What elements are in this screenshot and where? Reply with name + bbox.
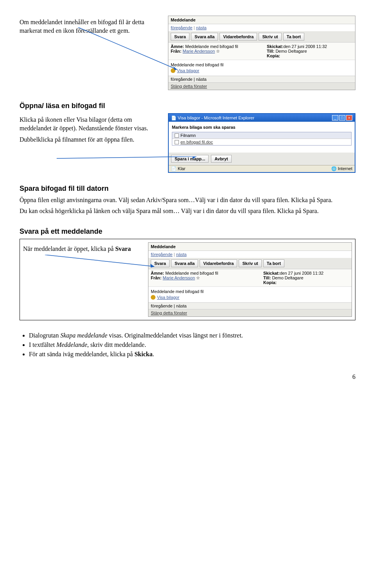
msg-title-2: Meddelande	[148, 243, 352, 251]
prev-link-2[interactable]: föregående	[151, 252, 173, 257]
till-value: Demo Deltagare	[275, 49, 307, 53]
status-left: Klar	[178, 166, 186, 171]
file-table: Filnamn en bifogad fil.doc	[172, 132, 352, 146]
msg-body-2: Meddelande med bifogad fil Visa bilagor	[148, 287, 352, 302]
para-open1: Klicka på ikonen eller Visa bilagor (det…	[20, 115, 160, 133]
msg-toolbar-2: Svara Svara alla Vidarebefordra Skriv ut…	[148, 258, 352, 269]
amne-label: Ämne:	[171, 44, 184, 49]
msg-meta: Ämne: Meddelande med bifogad fil Från: M…	[168, 43, 355, 60]
skickat-label: Skickat:	[267, 44, 283, 49]
heading-reply: Svara på ett meddelande	[20, 227, 355, 236]
bullet-3: För att sända iväg meddelandet, klicka p…	[29, 351, 355, 358]
ie-heading: Markera bilaga som ska sparas	[172, 125, 352, 130]
bullet-1: Dialogrutan Skapa meddelande visas. Orig…	[29, 332, 355, 339]
msg-body: Meddelande med bifogad fil Visa bilagor	[168, 60, 355, 76]
heading-open: Öppna/ läsa en bifogad fil	[20, 102, 355, 110]
ie-window: 📄 Visa bilagor - Microsoft Internet Expl…	[168, 113, 355, 173]
svara-button[interactable]: Svara	[171, 33, 189, 41]
file-name[interactable]: en bifogad fil.doc	[180, 140, 213, 144]
paperclip-icon	[171, 68, 175, 73]
skriv-ut-button-2[interactable]: Skriv ut	[239, 259, 261, 267]
section-save-attachment: Spara bifogad fil till datorn Öppna file…	[20, 185, 355, 216]
next-link-bottom[interactable]: nästa	[196, 77, 207, 82]
msg-window: Meddelande föregående | nästa Svara Svar…	[168, 16, 355, 90]
vidarebefordra-button[interactable]: Vidarebefordra	[220, 33, 257, 41]
heading-save: Spara bifogad fil till datorn	[20, 185, 355, 193]
save-to-folder-button[interactable]: Spara i mapp...	[171, 155, 209, 163]
close-icon[interactable]: ×	[346, 115, 352, 121]
ie-titlebar: 📄 Visa bilagor - Microsoft Internet Expl…	[169, 114, 355, 122]
minimize-icon[interactable]: _	[332, 115, 338, 121]
amne-value: Meddelande med bifogad fil	[185, 44, 238, 49]
para-reply: När meddelandet är öppet, klicka på Svar…	[23, 245, 140, 253]
para-save2: Du kan också högerklicka på länken och v…	[20, 207, 355, 215]
ie-button-row: Spara i mapp... Avbryt	[169, 153, 355, 165]
svara-button-2[interactable]: Svara	[151, 259, 170, 267]
close-window-link[interactable]: Stäng detta fönster	[168, 82, 355, 90]
para-open2: Dubbelklicka på filnamnet för att öppna …	[20, 135, 160, 144]
section-open-attachment: Öppna/ läsa en bifogad fil Klicka på iko…	[20, 102, 355, 173]
section1-text: Om meddelandet innehåller en bifogad fil…	[20, 16, 160, 38]
attach-row[interactable]: Visa bilagor	[171, 68, 353, 73]
next-link[interactable]: nästa	[196, 25, 207, 30]
msg-meta-2: Ämne: Meddelande med bifogad fil Från: M…	[148, 269, 352, 287]
msg-nav-top: föregående | nästa	[168, 24, 355, 31]
fran-value[interactable]: Marie Andersson	[183, 49, 215, 53]
ie-body: Markera bilaga som ska sparas Filnamn en…	[169, 122, 355, 149]
message-window-1: Meddelande föregående | nästa Svara Svar…	[168, 16, 355, 90]
cancel-button[interactable]: Avbryt	[211, 155, 231, 163]
para-attach-icon: Om meddelandet innehåller en bifogad fil…	[20, 18, 160, 36]
msg-nav-top-2: föregående | nästa	[148, 251, 352, 258]
svara-alla-button-2[interactable]: Svara alla	[171, 259, 198, 267]
page-number: 6	[20, 373, 355, 380]
ta-bort-button[interactable]: Ta bort	[283, 33, 304, 41]
msg-title: Meddelande	[168, 16, 355, 24]
para-save1: Öppna filen enligt anvisningarna ovan. V…	[20, 196, 355, 204]
section-reply: Svara på ett meddelande När meddelandet …	[20, 227, 355, 320]
status-right: Internet	[338, 166, 352, 171]
next-link-2[interactable]: nästa	[176, 252, 187, 257]
file-row[interactable]: en bifogad fil.doc	[172, 139, 351, 145]
section-attachment-icon: Om meddelandet innehåller en bifogad fil…	[20, 16, 355, 90]
visa-bilagor-link[interactable]: Visa bilagor	[177, 68, 199, 73]
vidarebefordra-button-2[interactable]: Vidarebefordra	[200, 259, 237, 267]
file-table-header: Filnamn	[172, 132, 351, 139]
msg-toolbar: Svara Svara alla Vidarebefordra Skriv ut…	[168, 31, 355, 43]
bullet-list: Dialogrutan Skapa meddelande visas. Orig…	[20, 332, 355, 358]
col-filename: Filnamn	[180, 133, 196, 138]
paperclip-icon	[151, 295, 155, 300]
prev-link-bottom[interactable]: föregående	[171, 77, 193, 82]
bullet-2: I textfältet Meddelande, skriv ditt medd…	[29, 341, 355, 348]
fran-label: Från:	[171, 49, 182, 53]
kopia-label: Kopia:	[267, 53, 280, 58]
msg-nav-bottom: föregående | nästa	[168, 76, 355, 82]
window-controls: _ □ ×	[332, 115, 352, 121]
msg-body-text: Meddelande med bifogad fil	[171, 62, 353, 67]
attach-row-2[interactable]: Visa bilagor	[151, 295, 349, 300]
till-label: Till:	[267, 49, 274, 53]
file-checkbox[interactable]	[175, 140, 179, 144]
ta-bort-button-2[interactable]: Ta bort	[263, 259, 284, 267]
ie-title: Visa bilagor - Microsoft Internet Explor…	[178, 115, 254, 120]
maximize-icon[interactable]: □	[339, 115, 345, 121]
ie-statusbar: 📄 Klar 🌐 Internet	[169, 165, 355, 172]
msg-window-reply: Meddelande föregående | nästa Svara Svar…	[148, 242, 352, 317]
svara-alla-button[interactable]: Svara alla	[191, 33, 218, 41]
select-all-checkbox[interactable]	[175, 133, 179, 138]
skriv-ut-button[interactable]: Skriv ut	[259, 33, 281, 41]
msg-nav-bottom-2: föregående | nästa	[148, 302, 352, 309]
prev-link[interactable]: föregående	[171, 25, 193, 30]
close-window-link-2[interactable]: Stäng detta fönster	[148, 309, 352, 316]
skickat-value: den 27 juni 2008 11:32	[283, 44, 327, 49]
